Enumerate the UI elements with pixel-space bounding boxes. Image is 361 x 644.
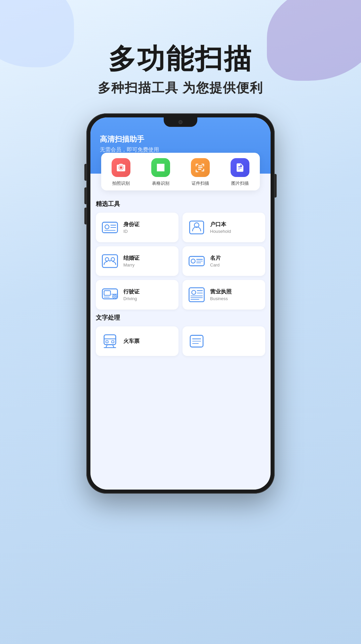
text-section-title: 文字处理 [96,314,265,322]
scan-tool-table-label: 表格识别 [152,180,169,186]
household-icon [188,219,205,236]
scan-tool-id[interactable]: 证件扫描 [180,158,220,186]
household-sub: Household [210,229,231,234]
svg-point-2 [105,225,109,229]
tool-business-license[interactable]: 营业执照 Business [183,280,265,310]
screen-content: 高清扫描助手 无需会员，即可免费使用 拍照识别 [90,117,271,490]
household-text: 户口本 Household [210,221,231,234]
table-icon-bg [151,158,170,177]
id-scan-icon [195,163,205,173]
tool-train[interactable]: 火车票 [96,326,178,356]
business-card-icon [188,252,205,270]
business-license-icon [188,286,205,303]
svg-rect-17 [104,291,111,295]
id-scan-icon-bg [191,158,210,177]
svg-rect-29 [104,335,116,345]
app-body: 精选工具 [90,174,271,363]
tool-household[interactable]: 户口本 Household [183,213,265,242]
table-icon [156,163,166,173]
phone-camera [178,120,183,124]
pdf-icon: PDF [235,163,245,173]
household-name: 户口本 [210,221,231,228]
tool-id-card[interactable]: 身份证 ID [96,213,178,242]
scan-tool-pdf[interactable]: PDF 图片扫描 [220,158,260,186]
scan-tool-table[interactable]: 表格识别 [141,158,180,186]
app-header-subtitle: 无需会员，即可免费使用 [100,146,261,153]
phone-notch [164,117,197,127]
marry-name: 结婚证 [123,255,139,262]
card-sub: Card [210,262,221,267]
id-card-text: 身份证 ID [123,221,139,234]
tool-marry[interactable]: 结婚证 Marry [96,246,178,276]
tools-grid: 身份证 ID [96,213,265,310]
svg-point-9 [105,258,109,261]
scan-tool-id-label: 证件扫描 [192,180,209,186]
tools-section-title: 精选工具 [96,200,265,208]
business-license-text: 营业执照 Business [210,288,232,301]
marry-icon [101,252,119,270]
sub-title: 多种扫描工具 为您提供便利 [0,79,361,97]
id-card-name: 身份证 [123,221,139,228]
driving-sub: Driving [123,296,139,301]
train-text: 火车票 [123,338,139,345]
marry-sub: Marry [123,262,139,267]
tool-driving[interactable]: 行驶证 Driving [96,280,178,310]
train-icon [101,332,119,350]
scan-tool-photo[interactable]: 拍照识别 [101,158,141,186]
train-name: 火车票 [123,338,139,345]
svg-point-23 [192,290,196,294]
scan-tools-row: 拍照识别 表格识别 [101,153,260,190]
id-card-sub: ID [123,229,139,234]
app-header-title: 高清扫描助手 [100,134,261,144]
scan-tool-pdf-label: 图片扫描 [231,180,249,186]
business-license-sub: Business [210,296,232,301]
driving-name: 行驶证 [123,288,139,295]
svg-rect-32 [112,341,114,343]
svg-point-10 [111,258,114,261]
marry-text: 结婚证 Marry [123,255,139,267]
svg-point-19 [114,296,115,297]
other-icon [188,332,205,350]
card-name: 名片 [210,255,221,262]
card-text: 名片 Card [210,255,221,267]
phone-outer: 高清扫描助手 无需会员，即可免费使用 拍照识别 [86,113,275,494]
camera-icon [116,163,126,173]
svg-point-12 [191,259,195,263]
scan-tool-photo-label: 拍照识别 [112,180,130,186]
business-license-name: 营业执照 [210,288,232,295]
photo-icon-bg [112,158,130,177]
main-title: 多功能扫描 [0,44,361,74]
text-tools-grid: 火车票 [96,326,265,356]
svg-point-18 [113,294,117,298]
driving-text: 行驶证 Driving [123,288,139,301]
phone-inner: 高清扫描助手 无需会员，即可免费使用 拍照识别 [90,117,271,490]
driving-icon [101,286,119,303]
svg-rect-31 [106,341,108,343]
svg-text:PDF: PDF [238,169,241,171]
screen-fade [90,463,271,490]
phone-mockup: 高清扫描助手 无需会员，即可免费使用 拍照识别 [0,113,361,494]
tool-other[interactable] [183,326,265,356]
tool-card[interactable]: 名片 Card [183,246,265,276]
pdf-icon-bg: PDF [231,158,249,177]
id-card-icon [101,219,119,236]
title-section: 多功能扫描 多种扫描工具 为您提供便利 [0,0,361,107]
